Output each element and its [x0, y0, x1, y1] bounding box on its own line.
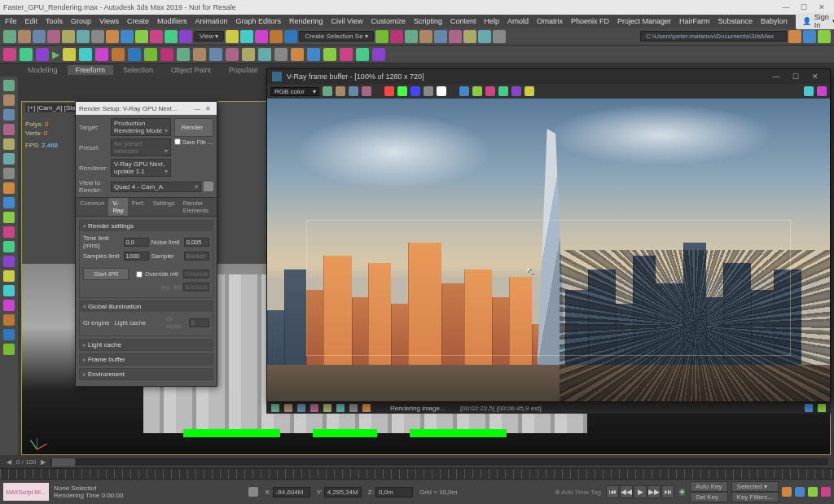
display-panel-icon[interactable] [3, 138, 15, 150]
vfb-s-icon5[interactable] [323, 404, 331, 412]
align-icon[interactable] [390, 30, 403, 43]
vfb-history-icon[interactable] [498, 86, 508, 96]
viewport-nav-icon4[interactable] [821, 487, 831, 497]
rendered-frame-icon[interactable] [478, 30, 491, 43]
undo-icon[interactable] [3, 30, 16, 43]
time-ruler[interactable] [0, 468, 834, 480]
rotate-icon[interactable] [150, 30, 163, 43]
vfb-s-icon2[interactable] [284, 404, 292, 412]
vfb-alpha-channel-icon[interactable] [424, 86, 433, 96]
gi-depth-spinner[interactable]: 8 [189, 318, 209, 327]
tool6-icon[interactable] [307, 48, 320, 61]
unlink-icon[interactable] [47, 30, 60, 43]
fire-icon[interactable] [95, 48, 108, 61]
vfb-minimize[interactable]: — [766, 72, 786, 81]
motion-panel-icon[interactable] [3, 124, 15, 135]
rstab-settings[interactable]: Settings [149, 198, 179, 216]
ltool8-icon[interactable] [3, 270, 15, 282]
vfb-pixel-info-icon[interactable] [817, 86, 827, 96]
teapot-icon[interactable] [3, 48, 16, 61]
menu-create[interactable]: Create [127, 17, 149, 25]
menu-phoenixfd[interactable]: Phoenix FD [571, 17, 609, 25]
vfb-s-icon9[interactable] [805, 404, 813, 412]
vfb-correction-icon[interactable] [485, 86, 495, 96]
tool1-icon[interactable] [226, 48, 239, 61]
rstab-vray[interactable]: V-Ray [108, 198, 127, 216]
viewport-nav-icon3[interactable] [808, 487, 818, 497]
pause-icon[interactable] [63, 48, 76, 61]
x-coord[interactable]: -84,604M [273, 487, 310, 497]
ribbon-tab-objectpaint[interactable]: Object Paint [163, 65, 219, 75]
vfb-s-icon8[interactable] [362, 404, 371, 412]
liquid-icon[interactable] [128, 48, 141, 61]
vfb-mono-channel-icon[interactable] [437, 86, 446, 96]
tool7-icon[interactable] [323, 48, 336, 61]
noise-limit-spinner[interactable]: 0,005 [184, 238, 209, 247]
ribbon-tab-modeling[interactable]: Modeling [20, 65, 66, 75]
menu-views[interactable]: Views [99, 17, 119, 25]
modify-panel-icon[interactable] [3, 94, 15, 106]
refsys-dropdown[interactable]: View ▾ [194, 31, 224, 42]
vfb-load-icon[interactable] [336, 86, 345, 96]
render-icon[interactable] [493, 30, 506, 43]
vfb-lens-icon[interactable] [511, 86, 521, 96]
selected-filter[interactable]: Selected ▾ [731, 481, 779, 492]
menu-content[interactable]: Content [450, 17, 476, 25]
menu-hairfarm[interactable]: HairFarm [679, 17, 710, 25]
move-icon[interactable] [135, 30, 148, 43]
render-setup-icon[interactable] [463, 30, 476, 43]
ribbon-tab-freeform[interactable]: Freeform [68, 65, 114, 75]
ltool5-icon[interactable] [3, 226, 15, 238]
mist-icon[interactable] [209, 48, 222, 61]
savefile-browse[interactable]: … [208, 139, 213, 145]
sampler-dropdown[interactable]: Bucket [184, 252, 209, 261]
lock-view-icon[interactable] [204, 182, 213, 191]
samples-limit-spinner[interactable]: 1000 [124, 252, 149, 261]
axis-gizmo[interactable] [27, 430, 46, 449]
menu-projectmanager[interactable]: Project Manager [617, 17, 671, 25]
save-icon[interactable] [803, 30, 816, 43]
tool4-icon[interactable] [274, 48, 288, 61]
menu-civilview[interactable]: Civil View [331, 17, 363, 25]
vfb-s-icon1[interactable] [271, 404, 279, 412]
select-icon[interactable] [77, 30, 90, 43]
rstab-common[interactable]: Common [76, 198, 108, 216]
menu-tools[interactable]: Tools [46, 17, 63, 25]
play-button[interactable]: ▶ [634, 485, 647, 498]
viewport-nav-icon2[interactable] [795, 487, 805, 497]
scale-icon[interactable] [165, 30, 178, 43]
utilities-panel-icon[interactable] [3, 153, 15, 164]
menu-customize[interactable]: Customize [371, 17, 406, 25]
menu-babylon[interactable]: Babylon [761, 17, 788, 25]
play-icon[interactable]: ▶ [52, 49, 59, 60]
tool8-icon[interactable] [340, 48, 353, 61]
vfb-s-icon4[interactable] [310, 404, 318, 412]
vfb-blue-channel-icon[interactable] [410, 86, 420, 96]
target-dropdown[interactable]: Production Rendering Mode [111, 118, 171, 136]
vfb-green-channel-icon[interactable] [397, 86, 407, 96]
menu-group[interactable]: Group [71, 17, 91, 25]
vfb-channel-dropdown[interactable]: RGB color [270, 87, 319, 96]
rstab-perf[interactable]: Perf. [128, 198, 149, 216]
vfb-titlebar[interactable]: V-Ray frame buffer - [100% of 1280 x 720… [267, 69, 830, 84]
override-mtl-button[interactable]: Override [183, 270, 209, 278]
ltool9-icon[interactable] [3, 285, 15, 296]
rstab-elements[interactable]: Render Elements [179, 198, 217, 216]
rollout-light-cache-header[interactable]: Light cache [80, 340, 213, 350]
material-editor-icon[interactable] [449, 30, 462, 43]
preset-dropdown[interactable]: No preset selected [111, 138, 171, 156]
percent-snap-icon[interactable] [255, 30, 268, 43]
goto-end-button[interactable]: ⏭ [661, 485, 674, 498]
link-icon[interactable] [33, 30, 46, 43]
close-button[interactable]: ✕ [813, 3, 831, 11]
tool10-icon[interactable] [372, 48, 385, 61]
render-button[interactable]: Render [174, 118, 213, 137]
z-coord[interactable]: 0,0m [375, 487, 413, 497]
savefile-checkbox[interactable] [174, 138, 181, 145]
vfb-stamp-icon[interactable] [525, 86, 534, 96]
menu-substance[interactable]: Substance [718, 17, 753, 25]
minimize-button[interactable]: — [777, 3, 795, 11]
menu-scripting[interactable]: Scripting [414, 17, 442, 25]
lock-selection-icon[interactable] [248, 487, 258, 497]
archive-icon[interactable] [818, 30, 831, 43]
